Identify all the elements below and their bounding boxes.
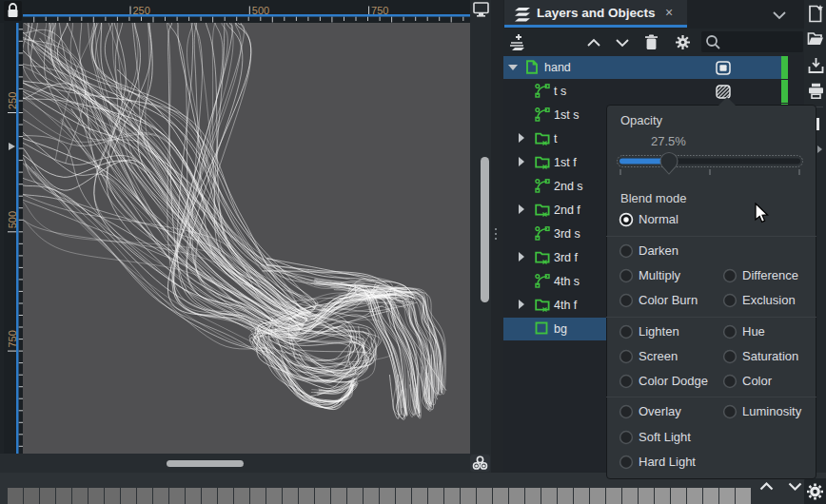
svg-text:750: 750 <box>371 5 388 16</box>
svg-text:500: 500 <box>252 5 269 16</box>
svg-text:750: 750 <box>7 330 18 347</box>
svg-text:250: 250 <box>133 5 150 16</box>
svg-text:500: 500 <box>7 211 18 228</box>
svg-text:250: 250 <box>7 92 18 109</box>
